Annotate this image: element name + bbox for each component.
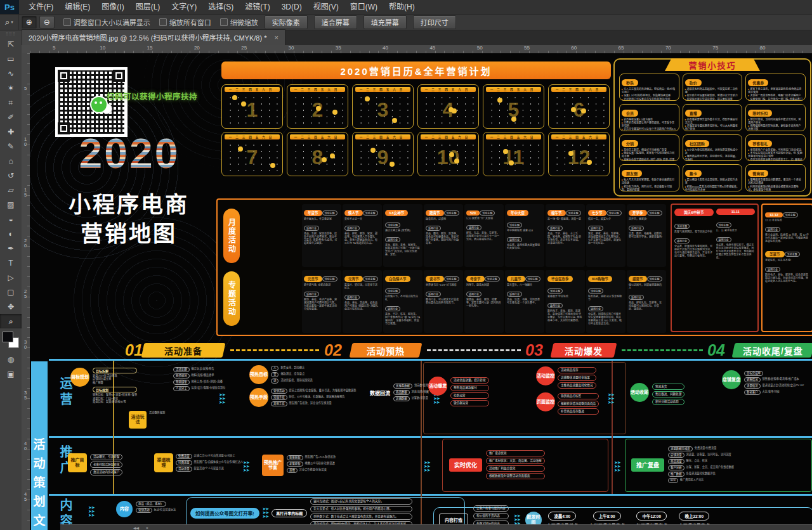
ruler-horizontal[interactable]: 5101520253035404550556065707580 <box>30 45 812 54</box>
options-button[interactable]: 实际像素 <box>265 15 308 29</box>
gradient-tool[interactable]: ▨ <box>0 197 22 212</box>
shape-tool[interactable]: ▢ <box>0 285 22 299</box>
ruler-number: 1 0 <box>22 137 29 146</box>
ruler-number: 80 <box>760 45 766 51</box>
calendar-month-card: 一二三四五六日11 <box>483 132 544 176</box>
eraser-tool[interactable]: ▱ <box>0 183 22 197</box>
menu-item[interactable]: 滤镜(T) <box>239 0 275 14</box>
map-row: 货爆款测试、库存盘点 <box>271 372 313 377</box>
menu-item[interactable]: 文字(Y) <box>166 0 202 14</box>
menu-item[interactable]: 编辑(E) <box>59 0 96 14</box>
map-row-label: 店铺数据 <box>393 396 410 401</box>
map-row-text: 渠道流量占比/活动转化/会员PV·UV <box>761 384 804 389</box>
ruler-vertical[interactable]: 51 01 52 02 53 03 54 04 5 <box>22 53 30 530</box>
calendar-month-number: 8 <box>287 139 348 176</box>
theme-text: 遇过女神之美 (宠爱她) <box>385 229 421 232</box>
map-row-text: 玩法/社交裂变玩法 <box>152 508 176 513</box>
eyedropper-tool[interactable]: ✐ <box>0 110 22 124</box>
map-leaf: 活动推广利益点优化 <box>486 465 545 472</box>
blur-tool[interactable]: ◒ <box>0 212 22 226</box>
map-row-label: 营销活动 <box>271 389 287 394</box>
calendar-highlight-dot <box>232 95 237 100</box>
marketing-tips-panel: 营销小技巧 秒杀▸ 引入关注度高的热卖爆品，预设商品：低/价吸引用户▸ 设置1-… <box>613 58 811 197</box>
menu-item[interactable]: 选择(S) <box>202 0 239 14</box>
type-tool[interactable]: T <box>0 255 22 270</box>
crop-tool[interactable]: ⌗ <box>0 95 22 110</box>
brush-tool[interactable]: ✎ <box>0 139 22 153</box>
menu-item[interactable]: 图层(L) <box>130 0 166 14</box>
industry-chip: 适用行业 <box>344 295 360 300</box>
zoom-in-toggle[interactable]: ⊕ <box>22 16 37 29</box>
current-tool-preview[interactable]: ⌕ ▾ <box>0 15 19 30</box>
zoom-out-toggle[interactable]: ⊖ <box>39 16 55 29</box>
map-table: 免费流量店铺合言/公众号自然流量/公司员工付费流量朋友圈广告/自媒体类公众号合作… <box>176 453 243 472</box>
map-node: 目标规划 <box>70 368 89 387</box>
screen-mode-icon[interactable]: ▣ <box>0 366 22 381</box>
zoom-tool[interactable]: ⌕ <box>0 314 22 328</box>
ruler-number: 55 <box>524 45 530 51</box>
menu-item[interactable]: 视图(V) <box>308 0 344 14</box>
industry-text: 珠宝、鲜花、美妆、生鲜等，浪漫甜蜜营销主打礼赠场景，七夕文案可以温情些，浪漫仪轨… <box>588 232 624 245</box>
menu-item[interactable]: 图像(I) <box>96 0 129 14</box>
quick-mask-icon[interactable]: ◍ <box>0 352 22 366</box>
collapse-icon[interactable]: ◀◀ <box>133 526 139 530</box>
calendar-highlight-dot <box>509 160 514 165</box>
ruler-number: 2 0 <box>22 238 29 248</box>
phase-banner: 活动预热 <box>350 343 422 358</box>
clone-stamp-tool[interactable]: ⌂ <box>0 153 22 168</box>
activity-name: 白色情人节 <box>385 276 410 282</box>
map-leaf: 激活活动内页老客户 <box>90 469 122 475</box>
menu-item[interactable]: 窗口(W) <box>344 0 383 14</box>
strip-close-icon[interactable]: ✕ <box>145 526 148 530</box>
path-selection-tool[interactable]: ▷ <box>0 270 22 285</box>
tab-close-icon[interactable]: × <box>273 34 279 41</box>
pen-tool[interactable]: ✒ <box>0 241 22 255</box>
option-checkbox[interactable]: 缩放所有窗口 <box>159 17 211 27</box>
lasso-tool[interactable]: ∿ <box>0 66 22 81</box>
option-checkbox[interactable]: 调整窗口大小以满屏显示 <box>63 17 150 27</box>
tip-label: 荐客有礼 <box>748 140 772 147</box>
option-checkbox[interactable]: 细微缩放 <box>220 17 258 27</box>
dodge-tool[interactable]: ◐ <box>0 226 22 241</box>
move-tool[interactable]: ⇱ <box>0 37 22 51</box>
document-tab[interactable]: 2020小程序电商营销地图.jpg @ 12.5% (扫码可以获得小程序扶持, … <box>22 29 285 45</box>
options-button[interactable]: 打印尺寸 <box>413 15 456 29</box>
history-brush-tool[interactable]: ↺ <box>0 168 22 183</box>
menu-item[interactable]: 帮助(H) <box>383 0 421 14</box>
activity-card: 开学季活动主题迎开学，焕新装!适用行业文具、数码、电器等，如数码类可主推开学季，… <box>627 204 666 267</box>
theme-text: 11、11 剁手狂欢节 <box>716 229 756 232</box>
bullet-icon: ▸ <box>622 121 624 124</box>
hand-tool[interactable]: ✥ <box>0 299 22 314</box>
marquee-tool[interactable]: ▭ <box>0 51 22 66</box>
map-row-text: 职责安排、到岗确认 <box>278 366 304 371</box>
foreground-color-swatch[interactable] <box>3 332 13 342</box>
theme-text: 迎开学，焕新装! <box>629 217 664 221</box>
map-row: 营销活动提前上线预售/定金膨胀，蓄水引流，为爆发期冲量做铺垫 <box>271 389 356 394</box>
document-canvas[interactable]: 扫码可以获得小程序扶持 2020 小程序电商 营销地图 2020营销日历&全年营… <box>30 53 812 530</box>
theme-text: 新年新气象, 全新启航迎 <box>304 283 339 287</box>
panel-grip-icon[interactable]: ⠿⠿⠿ <box>0 30 22 37</box>
map-row: 预热铺垫预热工具+秒杀+拼团+直播 <box>173 380 259 385</box>
theme-text: 青春展开 毕业狂欢 <box>547 295 583 298</box>
options-button[interactable]: 填充屏幕 <box>363 15 407 29</box>
options-button[interactable]: 适合屏幕 <box>314 15 357 29</box>
tip-line: ▸ 砍到底价需引导进店转化，提交更好效果 <box>685 98 740 101</box>
calendar-month-card: 一二三四五六日1 <box>221 84 283 129</box>
theme-text: 5.20 因爱放 "价" 大促销 <box>466 217 502 220</box>
map-row: 活动主题确定玩法/氛围/预告 <box>173 367 259 372</box>
bullet-icon: ▸ <box>685 178 687 181</box>
healing-brush-tool[interactable]: ✚ <box>0 124 22 139</box>
industry-chip: 适用行业 <box>385 306 400 311</box>
menu-item[interactable]: 文件(F) <box>23 0 59 14</box>
openrate-question: 如何提高公众号图文打开率! <box>190 508 259 519</box>
calendar-month-number: 5 <box>483 91 544 128</box>
poster-year: 2020 <box>50 129 209 178</box>
ruler-number: 10 <box>100 45 105 51</box>
map-branch: 页面监控热销商品打标签根据转化情况调整页面商品补货商品库存跟进 <box>536 392 599 415</box>
flow-arrows-icon: ➤➤➤➤➤➤ <box>614 461 620 472</box>
magic-wand-tool[interactable]: ✶ <box>0 81 22 95</box>
map-node: 推广目标 <box>68 453 87 472</box>
bullet-icon: ▸ <box>748 124 750 127</box>
map-leaf: 根据转化情况调整页面商品 <box>558 401 599 407</box>
menu-item[interactable]: 3D(D) <box>276 0 308 14</box>
